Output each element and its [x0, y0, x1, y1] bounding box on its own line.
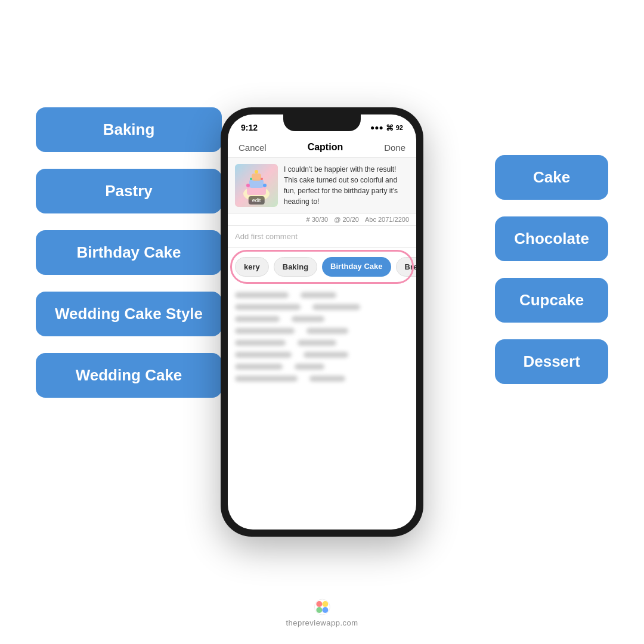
tag-dessert[interactable]: Dessert	[495, 339, 608, 384]
tag-cake[interactable]: Cake	[495, 155, 608, 200]
tag-birthday-cake[interactable]: Birthday Cake	[36, 230, 222, 275]
phone-screen: 9:12 ●●● ⌘ 92 Cancel Caption Done	[228, 114, 416, 530]
chip-bread[interactable]: Bread	[396, 257, 416, 277]
svg-point-10	[314, 599, 330, 615]
caption-title: Caption	[308, 142, 343, 153]
tag-chocolate[interactable]: Chocolate	[495, 216, 608, 261]
svg-point-5	[255, 170, 258, 174]
hashtag-counters: # 30/30 @ 20/20 Abc 2071/2200	[228, 213, 416, 226]
footer-logo: thepreviewapp.com	[286, 598, 358, 627]
svg-point-12	[322, 601, 328, 607]
add-comment-area[interactable]: Add first comment	[228, 226, 416, 247]
signal-icon: ●●●	[370, 123, 383, 132]
svg-point-9	[261, 178, 263, 180]
status-time: 9:12	[241, 123, 258, 132]
post-preview-area: edit I couldn't be happier with the resu…	[228, 158, 416, 213]
chips-row: kery Baking Birthday Cake Bread Breakfa	[228, 252, 416, 281]
footer-logo-text: thepreviewapp.com	[286, 618, 358, 627]
tag-cupcake[interactable]: Cupcake	[495, 278, 608, 323]
chip-birthday-cake[interactable]: Birthday Cake	[322, 257, 391, 277]
svg-point-6	[246, 184, 250, 187]
hashtag-count: # 30/30	[306, 216, 329, 223]
char-count: Abc 2071/2200	[365, 216, 409, 223]
post-caption-text[interactable]: I couldn't be happier with the result! T…	[284, 164, 409, 207]
tag-wedding-cake-style[interactable]: Wedding Cake Style	[36, 292, 222, 336]
status-icons: ●●● ⌘ 92	[370, 123, 403, 132]
tag-wedding-cake[interactable]: Wedding Cake	[36, 353, 222, 398]
svg-point-7	[263, 184, 267, 187]
tag-pastry[interactable]: Pastry	[36, 169, 222, 213]
mention-count: @ 20/20	[334, 216, 359, 223]
svg-point-14	[322, 607, 328, 613]
cancel-button[interactable]: Cancel	[239, 143, 267, 153]
phone-notch	[283, 114, 361, 131]
preview-app-logo-icon	[313, 598, 331, 616]
tag-baking[interactable]: Baking	[36, 107, 222, 152]
svg-rect-4	[252, 174, 261, 181]
battery-text: 92	[396, 124, 403, 131]
phone-frame: 9:12 ●●● ⌘ 92 Cancel Caption Done	[221, 107, 423, 537]
phone-mockup: 9:12 ●●● ⌘ 92 Cancel Caption Done	[221, 107, 423, 537]
caption-nav-bar: Cancel Caption Done	[228, 138, 416, 158]
svg-point-13	[316, 607, 322, 613]
hashtag-chips-section: kery Baking Birthday Cake Bread Breakfa	[228, 247, 416, 286]
svg-rect-2	[247, 187, 266, 195]
chip-baking[interactable]: Baking	[274, 257, 317, 277]
svg-rect-3	[249, 179, 264, 188]
wifi-icon: ⌘	[386, 123, 394, 132]
right-tags-panel: Cake Chocolate Cupcake Dessert	[495, 155, 608, 384]
blurred-results-list	[228, 286, 416, 394]
svg-point-8	[250, 178, 252, 180]
svg-point-11	[316, 601, 322, 607]
edit-label[interactable]: edit	[249, 196, 265, 205]
chip-bakery[interactable]: kery	[235, 257, 269, 277]
post-thumbnail[interactable]: edit	[235, 164, 278, 207]
left-tags-panel: Baking Pastry Birthday Cake Wedding Cake…	[36, 107, 222, 398]
done-button[interactable]: Done	[384, 143, 405, 153]
